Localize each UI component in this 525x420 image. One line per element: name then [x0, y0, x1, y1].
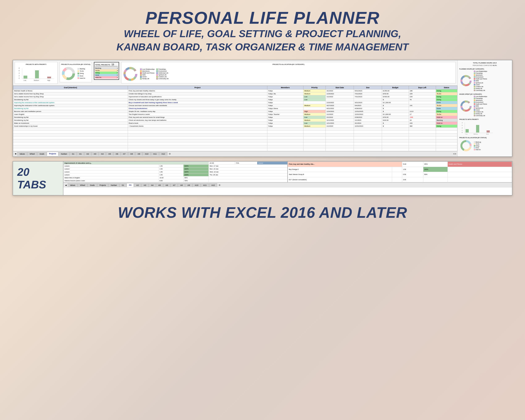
tab-projects[interactable]: Projects [47, 152, 59, 156]
table-row-empty [13, 133, 457, 136]
row-goal: Learn English [13, 113, 128, 116]
row-days: 18 [409, 119, 436, 121]
row-priority [303, 107, 326, 110]
row-days: 382 [409, 124, 436, 128]
tab2-m2[interactable]: m2 [134, 183, 141, 187]
svg-text:Low: Low [465, 134, 468, 134]
tabs-label: 20 TABS [17, 166, 59, 191]
bar-chart-svg: 8 6 4 2 0 [16, 66, 56, 82]
bar-chart-title: PROJECTS WITH PRIORITY [16, 63, 56, 65]
row-members: Yuliya [267, 98, 303, 101]
row-days [409, 101, 436, 104]
tab2-m7[interactable]: m7 [170, 183, 178, 187]
tab-m5[interactable]: m5 [106, 152, 113, 156]
tab-m8[interactable]: m8 [128, 152, 135, 156]
row-due: 1/1/2023 [354, 119, 382, 121]
tab-values[interactable]: Values [17, 152, 27, 156]
tab-arrow-left[interactable]: ◀ [14, 152, 17, 155]
row-budget: $ 1,200.00 [382, 101, 409, 104]
tab2-kanban[interactable]: Kanban [108, 183, 119, 187]
row-due: 3/31/2023 [354, 101, 382, 104]
row-budget: $ 500.00 [382, 95, 409, 98]
row-status: Hold on [436, 121, 457, 124]
tab-m10[interactable]: m10 [143, 152, 151, 156]
rp-bar-chart: 4 3 2 1 0 Low Medium High [459, 121, 507, 134]
tab-wheel[interactable]: Wheel [27, 152, 37, 156]
rp-alloc-status: PROJECTS ALLOCATION (BY STATUS) BackLog … [459, 137, 510, 153]
row-due: 12/31/2022 [354, 113, 382, 116]
tab2-values[interactable]: Values [68, 183, 77, 187]
tab2-m9[interactable]: m9 [185, 183, 192, 187]
lt-r2-type: Lesson [64, 168, 159, 170]
tab-arrow-left-2[interactable]: ◀ [64, 184, 67, 187]
first-spreadsheet: PROJECTS WITH PRIORITY 8 6 4 2 0 [13, 60, 512, 157]
tab-m2[interactable]: m2 [84, 152, 91, 156]
lt-r6-pct: 70% [184, 179, 209, 182]
svg-text:4: 4 [19, 73, 19, 74]
tab2-m6[interactable]: m6 [163, 183, 170, 187]
row-priority: Medium [303, 124, 326, 128]
tab2-m12[interactable]: m12 [209, 183, 217, 187]
row-due: 4/28/2022 [354, 107, 382, 110]
tab-m6[interactable]: m6 [113, 152, 121, 156]
tab2-projects[interactable]: Projects [97, 183, 108, 187]
tab2-m5[interactable]: m5 [156, 183, 163, 187]
tab2-goals[interactable]: Goals [88, 183, 97, 187]
row-status: Doing [436, 124, 457, 128]
tab2-m8[interactable]: m8 [178, 183, 185, 187]
lt-r3-date: Wed -19 Jan [209, 170, 288, 173]
svg-text:4: 4 [462, 122, 463, 123]
tab2-m11[interactable]: m11 [201, 183, 209, 187]
col-priority: Priority [303, 86, 326, 89]
row-start: 1/1/2023 [326, 113, 354, 116]
lt-r1-pct: 100% [184, 165, 209, 168]
table-row: Make an investment Read a book Yuliya Lo… [13, 121, 457, 124]
tab2-m4[interactable]: m4 [149, 183, 156, 187]
lt-r1-h: 1.50 [159, 165, 183, 168]
tab-goals[interactable]: Goals [37, 152, 47, 156]
rt-r1-pct: 100% [423, 167, 448, 172]
tab2-m1[interactable]: m1 [127, 183, 134, 187]
row-project: Check my bookshelves [128, 107, 267, 110]
row-budget: $ 250.00 [382, 89, 409, 92]
svg-rect-57 [476, 125, 479, 132]
tab2-wheel[interactable]: Wheel [78, 183, 87, 187]
col-start: Start Date [326, 86, 354, 89]
row-status: Backlog [436, 119, 457, 121]
tab-m9[interactable]: m9 [135, 152, 142, 156]
category-donut-svg [123, 66, 138, 82]
tab-add[interactable]: ⊕ [168, 152, 172, 156]
row-start: 3/1/2022 [326, 89, 354, 92]
tab2-m3[interactable]: m3 [141, 183, 149, 187]
row-due: 7/31/2023 [354, 95, 382, 98]
second-spreadsheet: 20 TABS Improvement of education and q..… [13, 161, 512, 196]
rp-alloc-donut [459, 139, 473, 153]
tab-m3[interactable]: m3 [92, 152, 99, 156]
row-project: Create new listings in my shop [128, 92, 267, 95]
row-start: 4/21/2022 [326, 107, 354, 110]
row-priority: Medium [303, 119, 326, 121]
tab2-add[interactable]: ⊕ [217, 183, 222, 187]
row-members: Yuliya [267, 110, 303, 113]
tab-m4[interactable]: m4 [99, 152, 106, 156]
rp-alloc-donut-container: BackLog To-Do Doing Done Hold On [459, 139, 510, 153]
rt-r3-type: D3 ? (Doctor consulation) [288, 177, 392, 182]
rp-planned-donut [459, 74, 473, 88]
tab-m11[interactable]: m11 [151, 152, 159, 156]
tab-kanban[interactable]: Kanban [59, 152, 69, 156]
row-start: 1/10/2022 [326, 101, 354, 104]
tab2-m10[interactable]: m10 [193, 183, 201, 187]
rp-planned-donut-container: Love Relationships Friendships Adventure… [459, 70, 510, 91]
table-row: Decluttering my flat Check my closets an… [13, 98, 457, 101]
rt-category: health and Fitness [448, 162, 512, 167]
tab-m12[interactable]: m12 [159, 152, 167, 156]
table-row-empty [13, 148, 457, 151]
row-status: Doing [436, 89, 457, 92]
tab2-g1[interactable]: G1 [120, 183, 126, 187]
row-start [326, 98, 354, 101]
row-goal: Maintain health & fitness [13, 89, 128, 92]
lt-r2-pct: 100% [184, 168, 209, 170]
tab-g1[interactable]: G1 [70, 152, 77, 156]
tab-m7[interactable]: m7 [121, 152, 128, 156]
tab-m1[interactable]: m1 [77, 152, 84, 156]
